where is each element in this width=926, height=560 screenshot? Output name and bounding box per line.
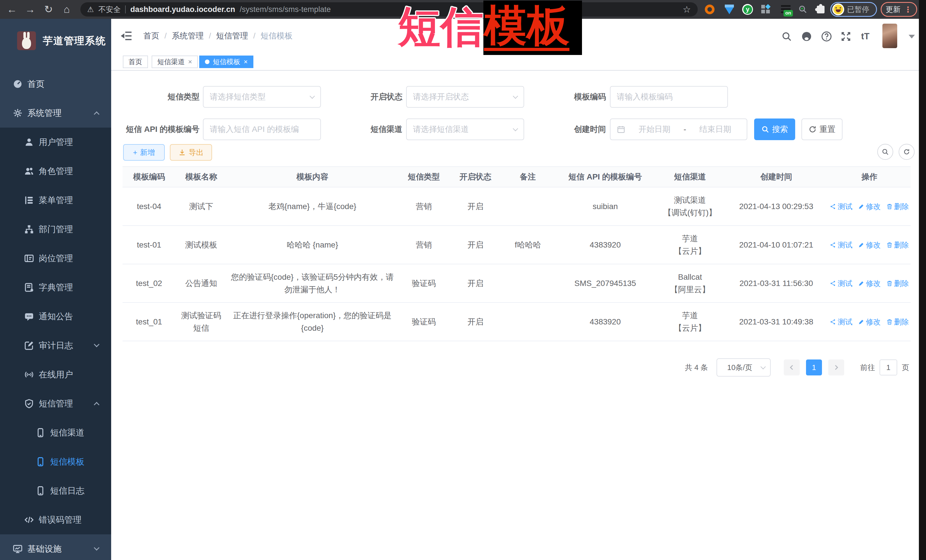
test-link[interactable]: 测试 — [830, 315, 852, 328]
create-time-label: 创建时间 — [527, 118, 606, 140]
next-page-button[interactable] — [828, 359, 844, 376]
tag-sms-channel[interactable]: 短信渠道 × — [151, 56, 198, 68]
code-icon — [24, 515, 34, 525]
app-logo-row[interactable]: 芋道管理系统 — [0, 22, 111, 59]
id-card-icon — [24, 253, 34, 264]
address-bar[interactable]: ⚠ 不安全 dashboard.yudao.iocoder.cn /system… — [80, 2, 698, 17]
sidebar-item-sms-channel[interactable]: 短信渠道 — [0, 418, 111, 447]
sidebar-item-dict[interactable]: 字典管理 — [0, 273, 111, 302]
phone-icon — [35, 427, 45, 438]
sidebar-item-users[interactable]: 用户管理 — [0, 128, 111, 157]
share-icon — [830, 280, 836, 287]
table-row: test_02 公告通知 您的验证码{code}，该验证码5分钟内有效，请勿泄漏… — [123, 264, 911, 303]
sidebar-item-infrastructure[interactable]: 基础设施 — [0, 534, 111, 560]
help-icon[interactable] — [820, 30, 834, 43]
sidebar-item-online-users[interactable]: 在线用户 — [0, 360, 111, 389]
share-icon — [830, 242, 836, 248]
header-search-icon[interactable] — [780, 30, 793, 43]
reset-button[interactable]: 重置 — [802, 118, 843, 140]
browser-home-icon[interactable]: ⌂ — [59, 0, 75, 19]
sidebar-item-posts[interactable]: 岗位管理 — [0, 244, 111, 273]
page-size-select[interactable]: 10条/页 — [717, 358, 771, 377]
breadcrumb-system[interactable]: 系统管理 — [172, 30, 204, 41]
chevron-down-icon — [94, 341, 100, 347]
goto-page-input[interactable]: 1 — [879, 359, 897, 376]
browser-profile-button[interactable]: 已暂停 — [830, 2, 877, 17]
prev-page-button[interactable] — [784, 359, 800, 376]
show-search-button[interactable] — [877, 144, 893, 160]
test-link[interactable]: 测试 — [830, 200, 852, 213]
browser-forward-icon[interactable]: → — [22, 0, 38, 19]
search-icon — [761, 125, 769, 133]
delete-link[interactable]: 删除 — [887, 239, 909, 251]
create-time-range-picker[interactable]: 开始日期 - 结束日期 — [610, 118, 747, 140]
test-link[interactable]: 测试 — [830, 277, 852, 290]
sidebar-item-error-codes[interactable]: 错误码管理 — [0, 505, 111, 534]
breadcrumb-sms[interactable]: 短信管理 — [216, 30, 248, 41]
tag-sms-template[interactable]: 短信模板 × — [199, 56, 253, 68]
search-button[interactable]: 搜索 — [754, 118, 795, 140]
export-button[interactable]: 导出 — [170, 144, 212, 161]
sidebar-item-home[interactable]: 首页 — [0, 69, 111, 98]
warning-icon: ⚠ — [87, 5, 94, 14]
extension-on-badge: on — [784, 10, 793, 17]
github-icon[interactable] — [800, 30, 813, 43]
sidebar-item-menus[interactable]: 菜单管理 — [0, 186, 111, 215]
extension-green-y-icon[interactable]: y — [741, 3, 754, 15]
sidebar-item-audit-log[interactable]: 审计日志 — [0, 331, 111, 360]
delete-link[interactable]: 删除 — [887, 277, 909, 290]
close-icon[interactable]: × — [188, 58, 192, 65]
extension-puzzle-icon[interactable] — [814, 3, 826, 15]
profile-paused-label: 已暂停 — [847, 5, 869, 15]
sidebar-collapse-icon[interactable] — [121, 30, 133, 42]
delete-link[interactable]: 删除 — [887, 315, 909, 328]
channel-select[interactable]: 请选择短信渠道 — [406, 118, 524, 140]
avatar[interactable] — [882, 24, 897, 48]
calendar-icon — [617, 125, 625, 134]
browser-back-icon[interactable]: ← — [4, 0, 20, 19]
test-link[interactable]: 测试 — [830, 239, 852, 251]
add-button[interactable]: + 新增 — [123, 144, 165, 161]
breadcrumb-home[interactable]: 首页 — [143, 30, 159, 41]
bookmark-star-icon[interactable]: ☆ — [682, 4, 691, 15]
sms-type-select[interactable]: 请选择短信类型 — [203, 86, 321, 108]
sidebar-item-system[interactable]: 系统管理 — [0, 98, 111, 128]
edit-link[interactable]: 修改 — [858, 315, 881, 328]
sidebar-item-sms-log[interactable]: 短信日志 — [0, 476, 111, 505]
status-select[interactable]: 请选择开启状态 — [406, 86, 524, 108]
template-code-label: 模板编码 — [527, 86, 606, 108]
signal-icon — [24, 370, 34, 380]
avatar-caret-icon[interactable] — [909, 35, 915, 38]
extension-orange-icon[interactable] — [704, 3, 716, 15]
edit-link[interactable]: 修改 — [858, 277, 881, 290]
sidebar-item-sms-template[interactable]: 短信模板 — [0, 447, 111, 476]
sidebar-item-roles[interactable]: 角色管理 — [0, 157, 111, 186]
refresh-table-button[interactable] — [899, 144, 915, 160]
trash-icon — [887, 203, 893, 210]
extension-magnifier-icon[interactable] — [797, 3, 809, 15]
api-template-id-input[interactable]: 请输入短信 API 的模板编 — [203, 118, 321, 140]
date-separator: - — [684, 125, 686, 134]
fullscreen-icon[interactable] — [839, 30, 853, 43]
refresh-icon — [809, 125, 817, 133]
sidebar-item-departments[interactable]: 部门管理 — [0, 215, 111, 244]
table-row: test-01 测试模板 哈哈哈 {name} 营销 开启 f哈哈哈 43839… — [123, 226, 911, 264]
sidebar-item-sms[interactable]: 短信管理 — [0, 389, 111, 418]
edit-link[interactable]: 修改 — [858, 200, 881, 213]
template-code-input[interactable]: 请输入模板编码 — [610, 86, 728, 108]
start-date-placeholder: 开始日期 — [629, 124, 679, 135]
delete-link[interactable]: 删除 — [887, 200, 909, 213]
extension-gem-icon[interactable] — [723, 3, 735, 15]
tag-home[interactable]: 首页 — [123, 56, 148, 68]
font-size-icon[interactable]: tT — [858, 30, 872, 43]
refresh-icon — [903, 148, 910, 155]
extension-list-icon[interactable]: on — [780, 3, 792, 15]
close-icon[interactable]: × — [244, 58, 248, 65]
browser-update-menu-button[interactable]: 更新 ⋮ — [881, 2, 917, 17]
sidebar-item-notices[interactable]: 通知公告 — [0, 302, 111, 331]
extension-grid-icon[interactable] — [760, 3, 772, 15]
security-label[interactable]: 不安全 — [98, 5, 121, 15]
page-number-1[interactable]: 1 — [806, 359, 822, 376]
edit-link[interactable]: 修改 — [858, 239, 881, 251]
browser-reload-icon[interactable]: ↻ — [41, 0, 56, 19]
